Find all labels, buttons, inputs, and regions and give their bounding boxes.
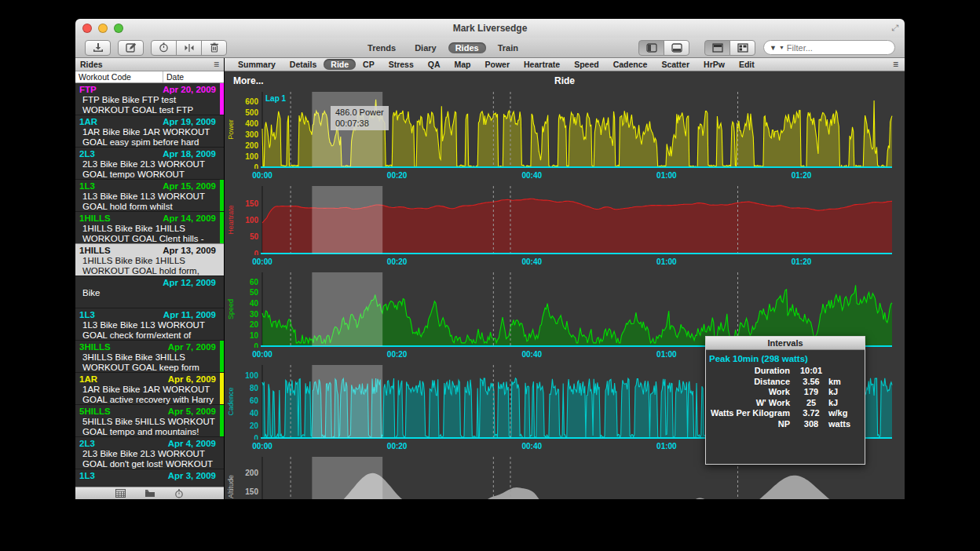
view-tab-trends[interactable]: Trends bbox=[360, 42, 403, 53]
intervals-button[interactable] bbox=[151, 40, 177, 56]
workout-code: FTP bbox=[79, 85, 97, 95]
interval-stopwatch-icon[interactable] bbox=[174, 489, 184, 498]
ride-row[interactable]: 1HILLSApr 14, 20091HILLS Bike Bike 1HILL… bbox=[75, 212, 224, 244]
tab-details[interactable]: Details bbox=[283, 59, 324, 70]
view-tab-train[interactable]: Train bbox=[491, 42, 525, 53]
selection-region[interactable] bbox=[312, 365, 382, 438]
selection-region[interactable] bbox=[312, 457, 382, 499]
tab-edit[interactable]: Edit bbox=[732, 59, 762, 70]
ride-tooltip: 486.0 Power 00:07:38 bbox=[331, 106, 389, 130]
ride-row[interactable]: 2L3Apr 18, 20092L3 Bike Bike 2L3 WORKOUT… bbox=[75, 148, 224, 180]
tabbed-view-button[interactable] bbox=[704, 40, 730, 56]
resize-icon[interactable]: ⤢ bbox=[891, 23, 898, 33]
filter-field[interactable]: ▼ ▼ bbox=[763, 40, 895, 55]
workout-code: 2L3 bbox=[79, 439, 95, 449]
sidebar-column-headers: Workout Code Date bbox=[75, 71, 224, 83]
y-tick-label: 40 bbox=[250, 299, 259, 308]
chart-heartrate: 050100150Heartrate bbox=[225, 184, 905, 255]
ride-row[interactable]: 1ARApr 6, 20091AR Bike Bike 1AR WORKOUT … bbox=[75, 373, 224, 405]
filter-input[interactable] bbox=[787, 43, 873, 53]
ride-row[interactable]: 3HILLSApr 7, 20093HILLS Bike Bike 3HILLS… bbox=[75, 341, 224, 373]
chart-area: More... Ride 0100200300400500600PowerLap… bbox=[225, 71, 905, 499]
selection-region[interactable] bbox=[312, 272, 382, 346]
chart-header: More... Ride bbox=[225, 71, 905, 90]
view-tab-rides[interactable]: Rides bbox=[448, 42, 486, 53]
split-ride-button[interactable] bbox=[176, 40, 202, 56]
interval-stat-row: NP308watts bbox=[709, 419, 858, 430]
interval-stat-row: Distance3.56km bbox=[709, 377, 858, 388]
ride-description: 3HILLS Bike Bike 3HILLS WORKOUT GOAL kee… bbox=[79, 352, 216, 373]
interval-stat-label: Work bbox=[709, 387, 797, 398]
tab-ride[interactable]: Ride bbox=[324, 59, 356, 70]
tab-stress[interactable]: Stress bbox=[382, 59, 421, 70]
ride-description: Bike bbox=[79, 288, 216, 308]
toggle-bottombar-button[interactable] bbox=[664, 40, 689, 56]
ride-row[interactable]: 5HILLSApr 5, 20095HILLS Bike 5HILLS WORK… bbox=[75, 405, 224, 437]
tab-heartrate[interactable]: Heartrate bbox=[517, 59, 567, 70]
ride-row[interactable]: 2L3Apr 4, 20092L3 Bike Bike 2L3 WORKOUT … bbox=[75, 437, 224, 469]
ride-description: 2L3 Bike Bike 2L3 WORKOUT GOAL tempo WOR… bbox=[79, 159, 216, 180]
intervals-popup[interactable]: Intervals Peak 10min (298 watts) Duratio… bbox=[705, 336, 865, 465]
folder-icon[interactable] bbox=[144, 489, 155, 498]
window-title: Mark Liversedge bbox=[75, 23, 905, 34]
interval-stat-unit: kJ bbox=[825, 387, 858, 398]
workout-code: 3HILLS bbox=[79, 342, 111, 352]
compose-icon bbox=[126, 42, 137, 53]
ride-row[interactable]: 1HILLSApr 13, 20091HILLS Bike Bike 1HILL… bbox=[75, 244, 224, 276]
tab-summary[interactable]: Summary bbox=[231, 59, 283, 70]
ride-row[interactable]: 1L3Apr 15, 20091L3 Bike Bike 1L3 WORKOUT… bbox=[75, 180, 224, 212]
chart-plot-heartrate[interactable]: 050100150Heartrate bbox=[225, 184, 905, 255]
minimize-button[interactable] bbox=[98, 24, 108, 33]
delete-ride-button[interactable] bbox=[201, 40, 227, 56]
lap-label: Lap 1 bbox=[265, 94, 287, 103]
chart-plot-power[interactable]: 0100200300400500600PowerLap 1 bbox=[225, 90, 905, 169]
y-tick-label: 300 bbox=[245, 130, 258, 139]
intervals-popup-title[interactable]: Intervals bbox=[706, 337, 865, 350]
interval-stat-unit: watts bbox=[825, 419, 858, 430]
tab-cadence[interactable]: Cadence bbox=[606, 59, 655, 70]
chart-tabbar-menu-icon[interactable]: ≡ bbox=[893, 59, 898, 70]
filter-dropdown-icon[interactable]: ▼ bbox=[779, 45, 784, 50]
sidebar-menu-icon[interactable]: ≡ bbox=[214, 59, 219, 70]
more-button[interactable]: More... bbox=[233, 75, 264, 86]
ride-row[interactable]: 1L3Apr 11, 20091L3 Bike Bike 1L3 WORKOUT… bbox=[75, 308, 224, 341]
funnel-icon: ▼ bbox=[770, 44, 777, 52]
tiled-view-button[interactable] bbox=[730, 40, 755, 56]
ride-date: Apr 18, 2009 bbox=[163, 149, 216, 159]
ride-color-strip bbox=[220, 83, 224, 115]
tab-scatter[interactable]: Scatter bbox=[654, 59, 697, 70]
view-tab-diary[interactable]: Diary bbox=[408, 42, 444, 53]
x-tick-label: 00:20 bbox=[387, 350, 408, 359]
column-workout-code[interactable]: Workout Code bbox=[75, 71, 163, 82]
tab-speed[interactable]: Speed bbox=[567, 59, 606, 70]
tab-hrpw[interactable]: HrPw bbox=[697, 59, 732, 70]
tab-power[interactable]: Power bbox=[478, 59, 517, 70]
column-date[interactable]: Date bbox=[163, 72, 184, 82]
tab-map[interactable]: Map bbox=[448, 59, 478, 70]
ride-row[interactable]: 1ARApr 19, 20091AR Bike Bike 1AR WORKOUT… bbox=[75, 115, 224, 148]
content: Rides ≡ Workout Code Date FTPApr 20, 200… bbox=[75, 58, 905, 499]
close-button[interactable] bbox=[82, 24, 92, 33]
ride-description: 1HILLS Bike Bike 1HILLS WORKOUT GOAL hol… bbox=[79, 256, 216, 276]
workout-code: 1L3 bbox=[79, 471, 95, 481]
interval-stat-label: Distance bbox=[709, 377, 797, 388]
selection-region[interactable] bbox=[312, 186, 382, 254]
interval-stat-value: 3.72 bbox=[797, 408, 825, 419]
workout-code: 1L3 bbox=[79, 181, 95, 192]
ride-row[interactable]: Apr 12, 2009Bike bbox=[75, 276, 224, 308]
ride-row[interactable]: 1L3Apr 3, 2009 bbox=[75, 469, 224, 487]
tab-qa[interactable]: QA bbox=[421, 59, 448, 70]
download-button[interactable] bbox=[85, 40, 111, 56]
zoom-button[interactable] bbox=[114, 24, 123, 33]
ride-date: Apr 6, 2009 bbox=[168, 374, 216, 385]
calendar-icon[interactable] bbox=[115, 489, 126, 498]
y-tick-label: 30 bbox=[250, 310, 259, 319]
ride-row[interactable]: FTPApr 20, 2009FTP Bike Bike FTP test WO… bbox=[75, 83, 224, 115]
y-tick-label: 150 bbox=[245, 487, 258, 496]
tab-cp[interactable]: CP bbox=[356, 59, 382, 70]
y-tick-label: 100 bbox=[245, 216, 258, 224]
toggle-sidebar-button[interactable] bbox=[638, 40, 664, 56]
ride-row-header: FTPApr 20, 2009 bbox=[79, 85, 216, 95]
ride-description bbox=[79, 481, 216, 487]
edit-ride-button[interactable] bbox=[118, 40, 144, 56]
